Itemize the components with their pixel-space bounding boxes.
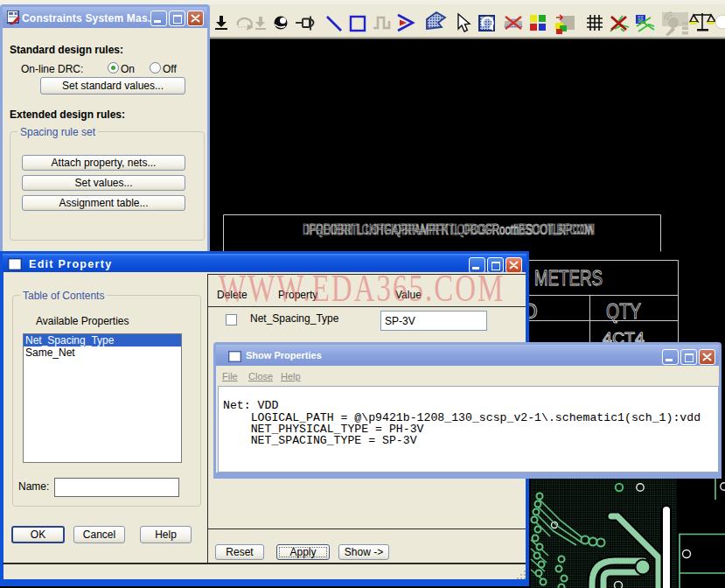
svg-text:IPQEOBRTL LOTFIQBPAMPFKTL OBOG: IPQEOBRTL LOTFIQBPAMPFKTL OBOGRocrtlBSOO…: [306, 222, 595, 237]
svg-text:QTY: QTY: [606, 299, 641, 323]
svg-text:METERS: METERS: [534, 266, 603, 290]
